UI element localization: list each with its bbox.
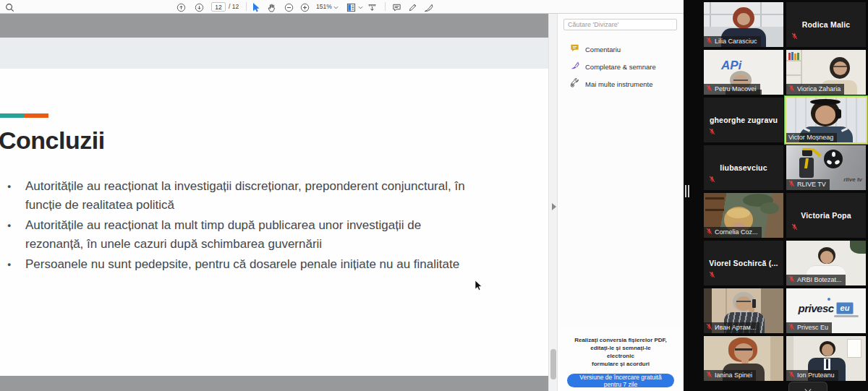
participant-name: Viorica Zaharia	[786, 84, 844, 95]
participant-name: Viorel Sochircă (...	[704, 241, 783, 285]
participant-tile[interactable]: Ion Pruteanu	[786, 336, 866, 381]
pdf-viewer-window: 12 / 12 151%	[0, 0, 684, 391]
participant-tile[interactable]: Viorica Zaharia	[786, 50, 866, 95]
participant-name: Victor Moșneag	[786, 133, 837, 142]
select-tool-icon[interactable]	[251, 2, 261, 12]
document-scrollbar[interactable]	[548, 14, 557, 391]
page-down-icon[interactable]	[194, 2, 204, 12]
tool-item-label: Completare & semnare	[585, 63, 656, 71]
free-trial-button[interactable]: Versiune de încercare gratuită pentru 7 …	[567, 374, 674, 387]
participant-tile[interactable]: Ianina Spinei	[704, 336, 783, 381]
panel-drag-handle-icon[interactable]	[685, 185, 689, 197]
promo-text-line: electronic	[567, 352, 674, 360]
participant-tile[interactable]: gheorghe zugravu	[704, 98, 783, 142]
page-display-icon[interactable]	[346, 2, 356, 12]
tool-item-label: Comentariu	[585, 46, 621, 53]
mic-muted-icon	[791, 220, 798, 233]
zoom-out-icon[interactable]	[284, 2, 294, 12]
participant-tile[interactable]: Victoria Popa	[786, 193, 866, 238]
slide-bullet: Persoanele nu sunt pedepsite, pentru că …	[7, 255, 470, 274]
participant-name: Cornelia Coz...	[704, 227, 762, 238]
mic-muted-icon	[709, 268, 715, 281]
participant-tile[interactable]: Rodica Malic	[786, 2, 866, 47]
participant-name: Victoria Popa	[786, 193, 866, 238]
mic-muted-icon	[709, 125, 715, 138]
slide-accent-bar	[0, 113, 48, 118]
scrollbar-thumb[interactable]	[550, 349, 556, 379]
page-total-label: / 12	[229, 3, 239, 10]
tool-item-fill-sign[interactable]: Completare & semnare	[558, 58, 684, 75]
chevron-down-icon	[804, 383, 812, 391]
rlive-tv-logo: rlive tv	[843, 176, 862, 183]
mic-muted-icon	[706, 37, 712, 46]
tool-item-comment[interactable]: Comentariu	[558, 40, 684, 58]
participant-tile[interactable]: Viorel Sochircă (...	[704, 241, 783, 285]
slide-bullet: Autoritățile au reacționat la investigaț…	[7, 177, 470, 214]
pdf-toolbar: 12 / 12 151%	[0, 0, 684, 14]
slide-bullet-list: Autoritățile au reacționat la investigaț…	[7, 177, 470, 276]
slide-title: Concluzii	[0, 126, 105, 155]
mouse-cursor	[475, 280, 482, 294]
participant-tile[interactable]: Иван Артам...	[704, 288, 783, 333]
slide-bullet: Autoritățile au reacționat la mult timp …	[7, 216, 470, 253]
participant-name: liubasevciuc	[704, 145, 783, 190]
mic-muted-icon	[706, 85, 712, 93]
previous-page-edge	[0, 38, 548, 69]
mic-muted-icon	[788, 275, 795, 284]
participant-name: gheorghe zugravu	[704, 98, 783, 142]
participant-name: Lilia Carasciuc	[704, 36, 761, 47]
mic-muted-icon	[706, 323, 712, 332]
reading-mode-icon[interactable]	[367, 2, 377, 12]
participant-name: Ianina Spinei	[704, 370, 756, 381]
participant-tile[interactable]: Lilia Carasciuc	[704, 2, 783, 47]
pdf-page: Concluzii Autoritățile au reacționat la …	[0, 69, 548, 376]
mic-muted-icon	[706, 371, 712, 379]
toolbar-separator	[246, 2, 247, 11]
tool-item-more-tools[interactable]: Mai multe instrumente	[558, 75, 684, 93]
participant-name: ARBI Botezat...	[786, 275, 846, 285]
mic-muted-icon	[791, 30, 798, 43]
zoom-in-icon[interactable]	[299, 2, 310, 12]
mic-muted-icon	[788, 85, 795, 93]
participant-tile[interactable]: liubasevciuc	[704, 145, 783, 190]
mic-muted-icon	[788, 323, 795, 332]
toolbar-separator	[385, 2, 386, 11]
participant-name: RLIVE TV	[786, 179, 830, 190]
page-up-icon[interactable]	[176, 2, 186, 12]
document-area[interactable]: Concluzii Autoritățile au reacționat la …	[0, 14, 548, 391]
mic-muted-icon	[788, 371, 795, 379]
comment-tool-icon[interactable]	[391, 2, 401, 12]
participant-tile[interactable]: ARBI Botezat...	[786, 241, 866, 285]
participant-tile[interactable]: APiPetru Macovei	[704, 50, 783, 95]
participant-tile[interactable]: rlive tvRLIVE TV	[786, 145, 866, 190]
fill-sign-icon	[570, 60, 579, 73]
participant-tile[interactable]: Victor Moșneag	[786, 98, 866, 142]
participant-tile[interactable]: privesceuPrivesc Eu	[786, 288, 866, 333]
comment-icon	[570, 43, 579, 56]
search-input[interactable]	[563, 19, 677, 30]
page-number-input[interactable]: 12	[211, 2, 226, 12]
participant-name: Privesc Eu	[786, 322, 832, 333]
search-icon[interactable]	[4, 2, 14, 12]
promo-text-line: Realizați conversia fișierelor PDF, edit…	[567, 336, 674, 352]
promo-text-line: formulare și acorduri	[567, 360, 674, 368]
mic-muted-icon	[709, 173, 715, 186]
zoom-level-value[interactable]: 151%	[316, 3, 332, 10]
participant-tile[interactable]: Cornelia Coz...	[704, 193, 783, 238]
participant-name: Petru Macovei	[704, 84, 760, 95]
trial-promo: Realizați conversia fișierelor PDF, edit…	[558, 327, 684, 391]
zoom-dropdown-caret-icon[interactable]	[333, 2, 339, 12]
panel-expand-icon[interactable]	[552, 203, 556, 210]
video-panel: Lilia CarasciucRodica MalicAPiPetru Maco…	[684, 0, 868, 391]
tools-panel: Comentariu Completare & semnare Mai mult…	[557, 14, 684, 391]
more-tools-icon	[570, 77, 579, 90]
collapse-gallery-button[interactable]	[788, 382, 827, 391]
pencil-tool-icon[interactable]	[407, 2, 417, 12]
page-display-caret-icon[interactable]	[357, 2, 363, 12]
mic-muted-icon	[788, 180, 795, 189]
sign-tool-icon[interactable]	[423, 2, 433, 12]
participant-name: Rodica Malic	[786, 2, 866, 47]
tool-item-label: Mai multe instrumente	[585, 80, 652, 88]
privesc-eu-logo: privesceu	[786, 302, 866, 315]
hand-tool-icon[interactable]	[266, 2, 276, 12]
